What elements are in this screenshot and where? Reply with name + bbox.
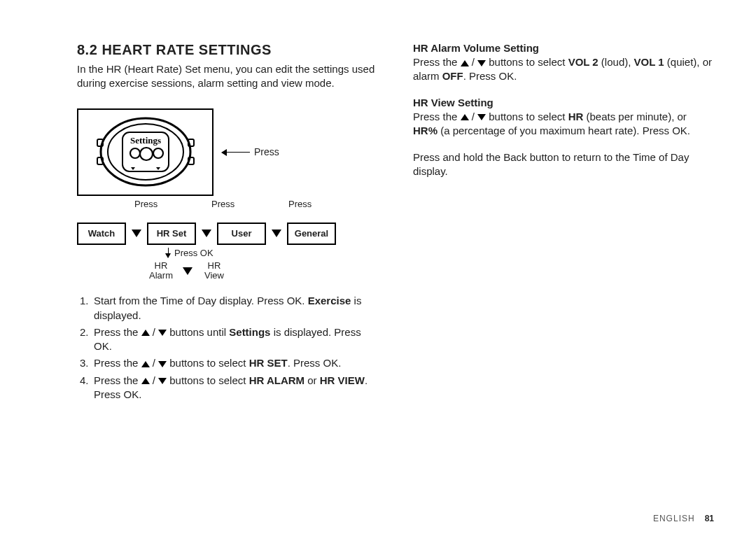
hr-view-label: HRView <box>197 261 232 282</box>
down-arrow-icon <box>132 230 141 237</box>
hr-view-heading: HR View Setting <box>413 97 714 108</box>
up-triangle-icon <box>141 378 150 384</box>
arrow-left-icon <box>222 152 250 153</box>
down-arrow-icon <box>202 230 211 237</box>
up-triangle-icon <box>141 361 150 367</box>
section-intro: In the HR (Heart Rate) Set menu, you can… <box>77 62 378 91</box>
nav-box-user: User <box>217 223 266 245</box>
up-triangle-icon <box>141 330 150 336</box>
left-column: 8.2 HEART RATE SETTINGS In the HR (Heart… <box>77 42 378 404</box>
press-ok-label: Press OK <box>174 248 214 258</box>
down-triangle-icon <box>158 330 167 336</box>
list-item: 4. Press the / buttons to select HR ALAR… <box>77 374 378 402</box>
press-label-3: Press <box>288 199 312 209</box>
press-label-2: Press <box>211 199 234 209</box>
hr-alarm-label: HRAlarm <box>144 261 178 282</box>
svg-text:Settings: Settings <box>130 135 160 146</box>
up-triangle-icon <box>461 114 469 120</box>
hr-alarm-volume-text: Press the / buttons to select VOL 2 (lou… <box>413 55 714 84</box>
section-heading: 8.2 HEART RATE SETTINGS <box>77 42 378 58</box>
press-label-1: Press <box>134 199 158 209</box>
down-triangle-icon <box>158 378 167 384</box>
watch-diagram: Settings <box>77 108 378 282</box>
arrow-down-icon <box>168 248 169 258</box>
svg-point-5 <box>140 148 153 160</box>
down-arrow-icon <box>183 267 192 275</box>
nav-box-watch: Watch <box>77 223 126 245</box>
footer-language: ENGLISH <box>653 514 695 523</box>
section-number: 8.2 <box>77 42 97 57</box>
list-item: 3. Press the / buttons to select HR SET.… <box>77 356 378 370</box>
footer-page-number: 81 <box>705 514 714 523</box>
svg-marker-8 <box>156 167 160 170</box>
instruction-list: 1. Start from the Time of Day display. P… <box>77 294 378 402</box>
watch-illustration: Settings <box>93 115 198 189</box>
press-indicator: Press <box>222 146 279 157</box>
hr-view-text: Press the / buttons to select HR (beats … <box>413 110 714 139</box>
hr-alarm-volume-heading: HR Alarm Volume Setting <box>413 42 714 54</box>
return-instruction: Press and hold the Back button to return… <box>413 150 714 179</box>
nav-box-hrset: HR Set <box>147 223 196 245</box>
press-label: Press <box>254 146 279 157</box>
nav-box-general: General <box>287 223 336 245</box>
svg-point-6 <box>153 148 163 158</box>
section-title: HEART RATE SETTINGS <box>102 42 271 57</box>
list-item: 1. Start from the Time of Day display. P… <box>77 294 378 323</box>
down-triangle-icon <box>158 361 167 367</box>
right-column: HR Alarm Volume Setting Press the / butt… <box>413 42 714 404</box>
svg-marker-7 <box>131 167 135 170</box>
page-footer: ENGLISH 81 <box>653 514 714 523</box>
down-triangle-icon <box>477 60 486 66</box>
list-item: 2. Press the / buttons until Settings is… <box>77 325 378 354</box>
down-arrow-icon <box>272 230 281 237</box>
watch-frame: Settings <box>77 108 214 196</box>
svg-point-0 <box>101 118 190 185</box>
down-triangle-icon <box>477 114 486 120</box>
svg-point-4 <box>130 148 140 158</box>
up-triangle-icon <box>461 60 469 66</box>
